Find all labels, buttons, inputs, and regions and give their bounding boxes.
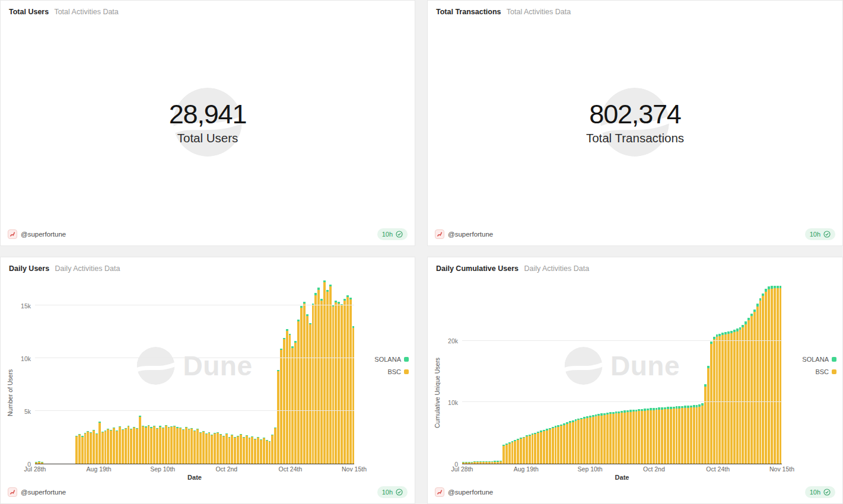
panel-header: Total Users Total Activities Data xyxy=(1,1,415,19)
bar xyxy=(44,279,46,464)
panel-subtitle: Total Activities Data xyxy=(54,8,118,16)
refresh-badge[interactable]: 10h xyxy=(377,486,408,498)
bar-segment-bsc xyxy=(309,324,311,464)
bar-segment-bsc xyxy=(667,409,669,464)
bar-segment-bsc xyxy=(257,438,259,464)
bar xyxy=(202,279,205,464)
panel-title-link[interactable]: Daily Cumulative Users xyxy=(436,264,518,273)
bar-segment-bsc xyxy=(251,437,253,464)
bar xyxy=(240,279,242,464)
bar-segment-bsc xyxy=(471,462,473,464)
refresh-badge[interactable]: 10h xyxy=(805,486,835,498)
legend-item-bsc[interactable]: BSC xyxy=(387,368,409,375)
bar-segment-bsc xyxy=(609,414,612,464)
panel-header: Daily Cumulative Users Daily Activities … xyxy=(428,257,842,276)
bar-segment-bsc xyxy=(693,407,695,464)
panel-title-link[interactable]: Total Users xyxy=(9,8,49,16)
bar-segment-bsc xyxy=(621,413,623,464)
bar-segment-bsc xyxy=(237,436,239,464)
bar xyxy=(485,279,488,464)
bar xyxy=(150,279,152,464)
bar-segment-bsc xyxy=(246,436,248,464)
bar-segment-bsc xyxy=(125,429,127,464)
bar xyxy=(721,279,724,464)
bar xyxy=(656,279,658,464)
bar xyxy=(343,279,346,464)
bar-segment-bsc xyxy=(277,371,279,464)
bar-segment-bsc xyxy=(718,336,721,464)
bar xyxy=(577,279,580,464)
refresh-badge[interactable]: 10h xyxy=(377,228,408,240)
bar-segment-bsc xyxy=(768,289,770,464)
bar-segment-bsc xyxy=(314,295,317,464)
bar xyxy=(724,279,727,464)
bar xyxy=(534,279,536,464)
bar xyxy=(35,279,37,464)
bar xyxy=(168,279,170,464)
author-link[interactable]: @superfortune xyxy=(8,229,66,239)
bar-segment-bsc xyxy=(119,427,121,464)
bar xyxy=(335,279,337,464)
bar xyxy=(148,279,150,464)
legend-item-solana[interactable]: SOLANA xyxy=(802,356,836,363)
x-tick-label: Jul 28th xyxy=(451,465,473,473)
bar-segment-bsc xyxy=(500,461,502,464)
bar-segment-bsc xyxy=(690,407,692,464)
panel-title-link[interactable]: Daily Users xyxy=(9,264,49,273)
grid-line xyxy=(35,305,354,305)
bar xyxy=(500,279,502,464)
bar-segment-bsc xyxy=(35,462,37,464)
author-link[interactable]: @superfortune xyxy=(435,487,493,497)
bar xyxy=(116,279,118,464)
bar-segment-bsc xyxy=(341,305,343,464)
bar xyxy=(505,279,508,464)
bar-segment-bsc xyxy=(742,327,744,464)
legend-label: BSC xyxy=(387,368,401,375)
refresh-badge[interactable]: 10h xyxy=(805,228,835,240)
bar-segment-bsc xyxy=(684,408,686,464)
bar-segment-bsc xyxy=(670,409,672,464)
x-axis-title: Date xyxy=(462,473,782,483)
bar-segment-bsc xyxy=(597,416,600,464)
panel-header: Daily Users Daily Activities Data xyxy=(1,257,415,276)
bar-segment-bsc xyxy=(148,426,150,464)
bar xyxy=(179,279,182,464)
bar xyxy=(314,279,317,464)
check-circle-icon xyxy=(396,231,403,238)
bar xyxy=(263,279,265,464)
bar xyxy=(46,279,49,464)
legend-item-solana[interactable]: SOLANA xyxy=(374,356,409,363)
bar xyxy=(690,279,692,464)
y-tick-label: 10k xyxy=(21,355,31,362)
bar-segment-bsc xyxy=(555,428,557,464)
legend-swatch-icon xyxy=(404,357,409,362)
bar-segment-bsc xyxy=(707,368,710,464)
author-link[interactable]: @superfortune xyxy=(8,487,66,497)
bar xyxy=(69,279,72,464)
bar xyxy=(701,279,704,464)
author-handle: @superfortune xyxy=(21,489,66,496)
bar xyxy=(589,279,591,464)
bar-segment-bsc xyxy=(289,335,291,464)
bar xyxy=(626,279,629,464)
bar-segment-bsc xyxy=(139,417,141,464)
bar xyxy=(254,279,256,464)
bar-segment-bsc xyxy=(269,442,271,464)
bar-segment-bsc xyxy=(122,430,124,464)
bar xyxy=(182,279,184,464)
bar-segment-bsc xyxy=(563,425,565,464)
bar-segment-bsc xyxy=(529,436,531,464)
bar-segment-bsc xyxy=(753,312,756,464)
bar-segment-bsc xyxy=(687,408,689,464)
bar xyxy=(104,279,107,464)
bar-segment-bsc xyxy=(41,462,43,464)
legend-label: SOLANA xyxy=(374,356,401,363)
plot-column: 05k10k15k Dune Jul 28thAug 19thSep 10thO… xyxy=(15,279,354,483)
bar xyxy=(739,279,742,464)
legend-item-bsc[interactable]: BSC xyxy=(815,368,836,375)
author-link[interactable]: @superfortune xyxy=(435,229,493,239)
panel-title-link[interactable]: Total Transactions xyxy=(436,8,501,16)
bars xyxy=(35,279,354,464)
bar-segment-bsc xyxy=(491,462,494,464)
bar-segment-bsc xyxy=(240,435,242,464)
